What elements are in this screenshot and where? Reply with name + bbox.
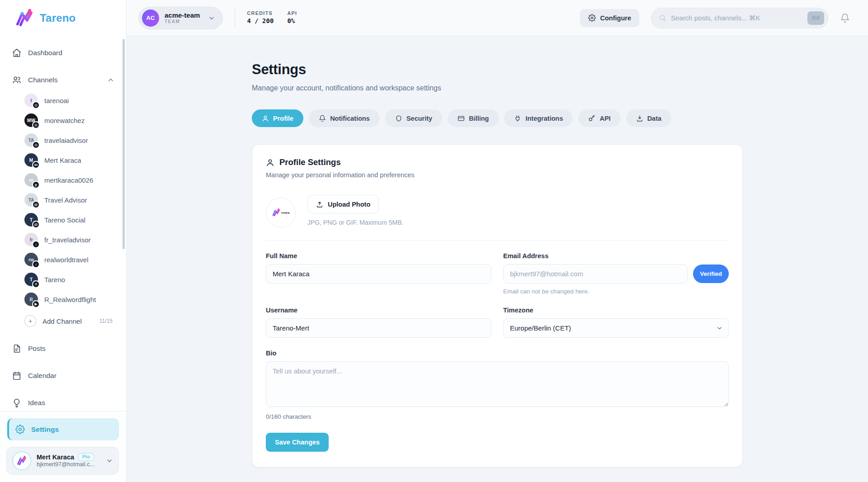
team-type-label: TEAM: [165, 19, 200, 24]
tab-label: API: [599, 115, 610, 122]
sidebar-channel-travel-advisor[interactable]: TA @ Travel Advisor: [6, 190, 120, 210]
bell-icon: [319, 115, 326, 122]
sidebar-channel-travelaiadvisor[interactable]: TA ◎ travelaiadvisor: [6, 130, 120, 150]
sidebar-channel-mertkaraca0026[interactable]: m p mertkaraca0026: [6, 170, 120, 190]
tab-label: Integrations: [525, 115, 563, 122]
username-label: Username: [266, 307, 491, 314]
plug-icon: [514, 115, 521, 122]
add-channel-button[interactable]: + Add Channel 11/15: [6, 311, 120, 331]
user-icon: [266, 158, 274, 167]
channel-count: 11/15: [99, 318, 115, 324]
configure-label: Configure: [600, 14, 631, 22]
sidebar-item-posts[interactable]: Posts: [6, 339, 120, 358]
configure-button[interactable]: Configure: [580, 9, 639, 27]
sidebar-channel-fr-traveladvisor[interactable]: fr ♪ fr_traveladvisor: [6, 230, 120, 250]
email-label: Email Address: [503, 252, 729, 260]
sidebar-channel-mert-karaca[interactable]: M in Mert Karaca: [6, 150, 120, 170]
credits-label: CREDITS: [247, 10, 274, 17]
api-value: 0%: [287, 17, 297, 26]
sidebar-channel-realworldtravel[interactable]: rw ♪ realworldtravel: [6, 250, 120, 269]
sidebar-channel-tareno-social[interactable]: T @ Tareno Social: [6, 210, 120, 230]
chevron-down-icon: [716, 325, 723, 331]
card-title: Profile Settings: [279, 157, 341, 167]
sidebar-item-settings[interactable]: Settings: [7, 418, 119, 440]
bio-textarea[interactable]: [266, 361, 729, 407]
bio-label: Bio: [266, 350, 729, 357]
tab-profile[interactable]: Profile: [252, 109, 303, 127]
sidebar-item-channels[interactable]: Channels: [6, 71, 120, 90]
topbar: AC acme-team TEAM CREDITS 4 / 200 API 0%…: [127, 0, 868, 36]
sidebar-item-calendar[interactable]: Calendar: [6, 366, 120, 385]
divider: [266, 240, 729, 241]
instagram-badge-icon: ◎: [32, 121, 40, 129]
sidebar-channel-tareno[interactable]: T ✕ Tareno: [6, 269, 120, 289]
search-box[interactable]: ⌘K: [651, 8, 828, 28]
tab-api[interactable]: API: [578, 109, 620, 127]
verified-badge[interactable]: Verified: [693, 265, 729, 283]
pinterest-badge-icon: p: [32, 181, 40, 189]
full-name-input[interactable]: [266, 264, 491, 284]
timezone-field-group: Timezone Europe/Berlin (CET): [503, 307, 729, 338]
profile-photo: TARENO: [266, 198, 296, 227]
gear-icon: [15, 425, 25, 434]
brand-name: Tareno: [40, 12, 75, 24]
tab-data[interactable]: Data: [626, 109, 671, 127]
sidebar-nav: Dashboard Channels t ◎ tarenoai MW ◎ mor…: [0, 37, 126, 411]
search-icon: [659, 14, 666, 22]
sidebar-item-ideas[interactable]: Ideas: [6, 393, 120, 411]
card-subtitle: Manage your personal information and pre…: [266, 171, 729, 179]
channel-name: R_Realwordflight: [44, 296, 96, 303]
username-input[interactable]: [266, 318, 491, 338]
bio-character-counter: 0/160 characters: [266, 413, 729, 420]
channel-name: tarenoai: [44, 97, 69, 104]
main-content: Settings Manage your account, notificati…: [127, 36, 868, 482]
credits-stat: CREDITS 4 / 200: [247, 10, 274, 26]
settings-tabs: Profile Notifications Security Billing I…: [252, 109, 743, 127]
channel-name: Tareno Social: [44, 216, 85, 224]
page-title: Settings: [252, 61, 743, 78]
user-icon: [262, 115, 269, 122]
channel-name: travelaiadvisor: [44, 137, 88, 144]
sidebar: Tareno Dashboard Channels t ◎ tarenoai M…: [0, 0, 127, 482]
tab-integrations[interactable]: Integrations: [504, 109, 573, 127]
tab-label: Security: [406, 115, 432, 122]
email-input[interactable]: [503, 264, 688, 284]
instagram-badge-icon: ◎: [32, 101, 40, 109]
channel-name: Mert Karaca: [44, 156, 81, 164]
download-icon: [636, 115, 643, 122]
key-icon: [588, 115, 595, 122]
user-menu[interactable]: Mert Karaca Pro bjkmert97@hotmail.c...: [6, 447, 119, 475]
sidebar-footer: Settings Mert Karaca Pro bjkmert97@hotma…: [0, 411, 126, 482]
x-badge-icon: ✕: [32, 280, 40, 288]
save-changes-button[interactable]: Save Changes: [266, 433, 329, 452]
channel-name: morewatchez: [44, 117, 85, 124]
bell-icon[interactable]: [840, 13, 850, 23]
timezone-select[interactable]: Europe/Berlin (CET): [503, 318, 729, 338]
tab-notifications[interactable]: Notifications: [309, 109, 380, 127]
search-input[interactable]: [671, 14, 803, 22]
sidebar-scrollbar[interactable]: [123, 39, 125, 249]
sidebar-channel-tarenoai[interactable]: t ◎ tarenoai: [6, 90, 120, 110]
sidebar-channel-morewatchez[interactable]: MW ◎ morewatchez: [6, 110, 120, 130]
sidebar-item-label: Calendar: [28, 372, 57, 380]
full-name-label: Full Name: [266, 252, 491, 260]
profile-settings-card: Profile Settings Manage your personal in…: [252, 144, 743, 468]
upload-photo-button[interactable]: Upload Photo: [307, 195, 379, 213]
sidebar-channel-r-realwordflight[interactable]: R ▶ R_Realwordflight: [6, 289, 120, 309]
svg-text:TARENO: TARENO: [281, 212, 290, 214]
channel-name: realworldtravel: [44, 256, 89, 264]
team-selector[interactable]: AC acme-team TEAM: [138, 7, 223, 29]
tiktok-badge-icon: ♪: [32, 241, 40, 248]
sidebar-item-label: Channels: [28, 76, 58, 84]
tab-billing[interactable]: Billing: [448, 109, 499, 127]
youtube-badge-icon: ▶: [32, 300, 40, 308]
home-icon: [12, 48, 22, 58]
shield-icon: [395, 115, 402, 122]
tab-security[interactable]: Security: [385, 109, 442, 127]
channel-list: t ◎ tarenoai MW ◎ morewatchez TA ◎ trave…: [6, 90, 120, 311]
credit-card-icon: [458, 115, 465, 122]
document-icon: [12, 344, 22, 354]
sidebar-item-dashboard[interactable]: Dashboard: [6, 43, 120, 62]
tab-label: Data: [647, 115, 661, 122]
plus-icon: +: [24, 315, 36, 327]
